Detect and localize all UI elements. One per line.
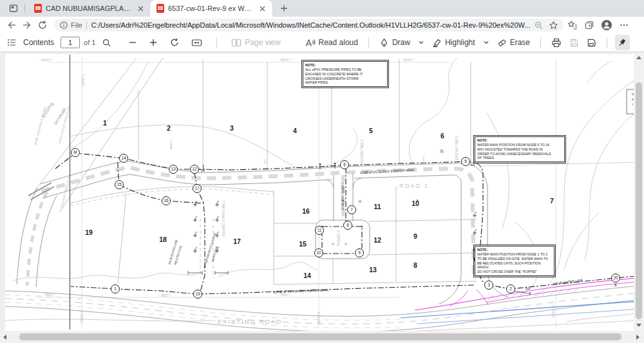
vertical-scrollbar-thumb[interactable] (636, 82, 642, 319)
print-button[interactable] (549, 35, 564, 50)
refresh-button[interactable] (35, 18, 50, 32)
contents-button[interactable]: Contents (21, 35, 57, 50)
node-marker: 8 (344, 221, 352, 230)
svg-text:3: 3 (488, 283, 490, 287)
plot-number: 4 (293, 127, 297, 134)
tab-2-active[interactable]: 6537-cw-01-Rev-9 ex WCE.pdf (150, 0, 272, 17)
svg-text:9: 9 (358, 250, 361, 255)
divider (24, 4, 25, 13)
svg-text:8: 8 (346, 223, 349, 227)
url-text[interactable]: C:/Users/Adri%20Engelbrecht/AppData/Loca… (91, 21, 531, 29)
highlight-options-chevron[interactable] (480, 35, 492, 50)
erase-button[interactable]: Erase (495, 35, 533, 50)
ref-label: RD1-I (169, 140, 173, 147)
page-view-button[interactable]: Page view (229, 35, 283, 50)
info-icon[interactable] (59, 21, 68, 30)
add-favorite-star-icon[interactable] (549, 21, 558, 30)
grid-label: - 8100 Y (279, 58, 291, 62)
pdf-page[interactable]: ROAD 1 EXISTING ROAD ROAD 2 Existing ser… (5, 54, 634, 331)
svg-text:19: 19 (195, 292, 200, 296)
plot-number: 17 (233, 237, 241, 245)
draw-pen-icon (379, 38, 389, 48)
tab-close-icon[interactable] (258, 3, 267, 14)
water-main-label: 110Ø uPVC CLASS 9 (341, 182, 345, 210)
node-marker: 14 (120, 154, 128, 163)
grid-label: - 7900 Y (158, 293, 171, 297)
fire-hydrant-label: FH (471, 163, 475, 167)
note-box-node1-2: NOTE: WATER MAIN POSITION FROM NODE 1 TO… (475, 246, 554, 276)
svg-text:16: 16 (164, 198, 169, 203)
address-bar[interactable]: File C:/Users/Adri%20Engelbrecht/AppData… (54, 19, 564, 32)
grid-label: - 52000 X (317, 311, 321, 326)
scroll-right-arrow[interactable] (636, 335, 639, 340)
node-marker: 2 (507, 285, 515, 293)
plot-number: 5 (369, 127, 373, 134)
plot-number: 8 (413, 261, 417, 269)
scroll-down-arrow[interactable] (636, 324, 641, 327)
tab-actions-button[interactable] (5, 2, 22, 15)
tree1-label: EXISTING TREE 1 (455, 136, 459, 160)
note-line: WATER MAIN POSITION FROM NODE 5 TO 14 (477, 143, 562, 147)
s1-label: (S1) INLET STRUCTURE 1 (222, 201, 225, 237)
pin-toolbar-button[interactable] (615, 35, 630, 50)
proposed-kerb-lines (415, 278, 634, 310)
zoom-out-icon[interactable] (534, 21, 544, 30)
search-button[interactable] (99, 35, 114, 50)
note-box-node5-14: NOTE: WATER MAIN POSITION FROM NODE 5 TO… (475, 136, 565, 162)
highlight-button[interactable]: Highlight (430, 35, 478, 50)
read-aloud-button[interactable]: Read aloud (302, 35, 361, 50)
node-marker: 12 (191, 165, 199, 174)
node-marker: 19 (194, 290, 202, 299)
node-marker: 3 (485, 281, 493, 290)
note-line: CROSSES UNDERNEATH STORM (305, 77, 385, 81)
tab-title: CAD NUBUAMISAGPLAN DRG.p... (46, 5, 133, 12)
plot-number: 11 (374, 203, 381, 210)
profile-avatar[interactable] (601, 19, 612, 31)
forward-button[interactable] (19, 18, 35, 32)
vertical-scrollbar[interactable] (634, 52, 644, 331)
more-menu-icon[interactable] (619, 20, 629, 30)
scroll-up-arrow[interactable] (636, 56, 641, 59)
node-marker: 9 (355, 249, 364, 257)
workspace-icon (12, 6, 14, 8)
plot-number: 6 (440, 132, 444, 140)
node-marker: 1 (111, 285, 120, 293)
site-plan-drawing: ROAD 1 EXISTING ROAD ROAD 2 Existing ser… (5, 54, 634, 331)
back-button[interactable] (4, 18, 19, 32)
page-view-icon (231, 38, 242, 48)
svg-text:15: 15 (117, 182, 122, 187)
road2-label: ROAD 2 (336, 230, 341, 246)
contents-icon[interactable] (6, 37, 17, 48)
svg-text:10: 10 (316, 250, 321, 255)
node-marker: 5 (462, 158, 470, 166)
plot-number: 3 (230, 124, 234, 132)
favorites-bar-icon[interactable] (567, 20, 578, 30)
draw-button[interactable]: Draw (377, 35, 413, 50)
plot-number: 2 (167, 124, 171, 132)
read-aloud-icon (305, 38, 316, 48)
zoom-in-button[interactable] (146, 35, 160, 50)
draw-options-chevron[interactable] (415, 35, 427, 50)
rotate-button[interactable] (167, 35, 182, 50)
zoom-out-button[interactable] (126, 35, 140, 50)
grid-label: - 51800 X (80, 310, 84, 324)
collections-icon[interactable] (584, 20, 594, 30)
svg-text:M: M (73, 150, 77, 154)
page-number-input[interactable] (61, 37, 80, 48)
scroll-left-arrow[interactable] (3, 335, 6, 340)
save-button[interactable] (567, 35, 582, 50)
dimension-label: 600 (526, 287, 531, 291)
horizontal-scrollbar-thumb[interactable] (19, 333, 621, 340)
new-tab-button[interactable] (276, 1, 292, 16)
trees-and-details (70, 55, 634, 329)
fit-to-width-button[interactable] (189, 35, 205, 50)
plot-number: 7 (550, 197, 554, 205)
save-as-button[interactable] (584, 35, 599, 50)
plot-number: 1 (103, 119, 107, 127)
tab-1[interactable]: CAD NUBUAMISAGPLAN DRG.p... (28, 0, 150, 17)
grid-label: - 52200 X (551, 305, 555, 319)
tab-close-icon[interactable] (137, 3, 145, 14)
horizontal-scrollbar[interactable] (0, 331, 644, 343)
note-line: WATER MAIN POSITION FROM NODE 1 TO 2 (477, 252, 552, 257)
svg-text:17: 17 (194, 186, 200, 190)
